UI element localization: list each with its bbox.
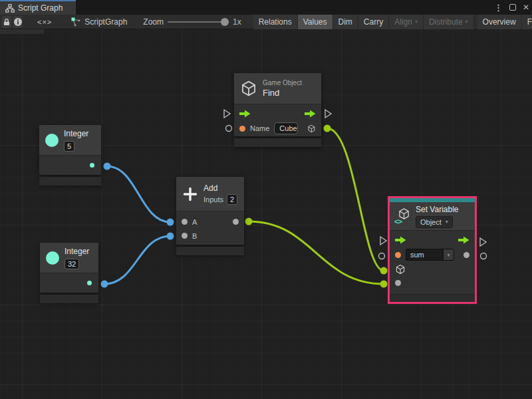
integer-value-field[interactable]: 32 — [65, 259, 79, 269]
graph-icon — [70, 17, 81, 27]
window-controls: ⋮ ✕ — [494, 0, 529, 15]
game-object-cube-icon — [240, 80, 257, 97]
node-set-variable[interactable]: <> Set Variable Object ▾ — [388, 196, 477, 304]
node-footer — [176, 247, 244, 255]
value-output-port[interactable] — [464, 252, 469, 258]
integer-type-icon — [46, 251, 59, 265]
node-title: Add — [203, 184, 237, 193]
add-output-port[interactable] — [233, 219, 239, 225]
flow-in-arrow-icon[interactable] — [239, 110, 251, 118]
integer-value-field[interactable]: 5 — [64, 141, 74, 152]
node-footer — [39, 177, 101, 186]
maximize-icon[interactable] — [509, 4, 516, 11]
object-input-port[interactable] — [395, 264, 406, 275]
node-title: Find — [263, 88, 302, 98]
chevron-down-icon: ▾ — [447, 252, 450, 258]
graph-toolbar: <×> ScriptGraph Zoom 1x Relations Values… — [0, 15, 532, 29]
add-icon — [182, 186, 198, 202]
inputs-count-field[interactable]: 2 — [227, 194, 237, 205]
add-input-b-port[interactable] — [182, 233, 188, 239]
canvas-corner-notch — [0, 29, 44, 34]
node-add[interactable]: Add Inputs 2 A B — [176, 177, 244, 255]
zoom-control: Zoom 1x — [143, 17, 241, 27]
name-value-field[interactable]: Cube — [274, 122, 298, 134]
integer-type-icon — [45, 134, 59, 147]
lock-button[interactable] — [2, 16, 11, 28]
name-input-port[interactable] — [239, 126, 245, 132]
node-integer-5[interactable]: Integer 5 — [39, 125, 101, 186]
code-angle-icon: <> — [394, 218, 402, 225]
zoom-value: 1x — [233, 17, 241, 27]
overview-button[interactable]: Overview — [477, 15, 522, 29]
tab-script-graph[interactable]: Script Graph — [0, 0, 76, 15]
integer-output-port[interactable] — [87, 281, 92, 285]
unity-script-graph-window: Script Graph ⋮ ✕ <×> — [0, 0, 532, 399]
distribute-button[interactable]: Distribute▾ — [424, 15, 474, 29]
carry-button[interactable]: Carry — [358, 15, 389, 29]
zoom-label: Zoom — [143, 17, 164, 27]
flow-out-arrow-icon[interactable] — [458, 236, 469, 244]
port-a-label: A — [192, 218, 197, 226]
node-title: Set Variable — [416, 205, 458, 214]
tab-title: Script Graph — [18, 3, 63, 13]
variable-scope-dropdown[interactable]: Object ▾ — [416, 216, 453, 228]
info-icon — [13, 17, 23, 27]
node-footer — [390, 295, 475, 302]
name-label: Name — [250, 124, 269, 132]
add-input-a-port[interactable] — [182, 219, 188, 225]
flow-in-arrow-icon[interactable] — [395, 236, 406, 244]
game-object-output-port[interactable] — [307, 123, 316, 134]
values-button[interactable]: Values — [298, 15, 333, 29]
edit-code-button[interactable]: <×> — [37, 16, 52, 28]
value-input-port[interactable] — [395, 280, 401, 286]
node-title: Integer — [64, 129, 88, 138]
port-b-label: B — [192, 232, 197, 240]
integer-output-port[interactable] — [90, 163, 94, 168]
inputs-label: Inputs — [203, 196, 223, 203]
chevron-down-icon: ▾ — [446, 219, 448, 225]
toolbar-toggle-group: Relations Values Dim Carry Align▾ Distri… — [253, 15, 532, 29]
graph-name-label: ScriptGraph — [84, 17, 127, 27]
node-footer — [234, 138, 321, 147]
zoom-slider[interactable] — [168, 21, 229, 23]
info-button[interactable] — [13, 16, 23, 28]
dim-button[interactable]: Dim — [333, 15, 358, 29]
node-game-object-find[interactable]: Game Object Find Name Cube — [234, 73, 321, 147]
node-integer-32[interactable]: Integer 32 — [40, 243, 98, 303]
node-category: Game Object — [263, 79, 302, 86]
close-icon[interactable]: ✕ — [523, 3, 529, 12]
relations-button[interactable]: Relations — [253, 15, 298, 29]
chevron-down-icon: ▾ — [466, 19, 468, 25]
lock-icon — [2, 17, 11, 27]
node-title: Integer — [65, 247, 89, 256]
variable-name-input-port[interactable] — [395, 252, 401, 258]
chevron-down-icon: ▾ — [415, 19, 418, 25]
graph-identity: ScriptGraph — [70, 17, 127, 27]
hierarchy-icon — [5, 4, 15, 13]
flow-out-arrow-icon[interactable] — [305, 110, 316, 118]
node-footer — [40, 295, 98, 303]
align-button[interactable]: Align▾ — [389, 15, 424, 29]
zoom-slider-thumb[interactable] — [221, 18, 229, 26]
fullscreen-button[interactable]: Full Screen — [522, 15, 532, 29]
window-menu-icon[interactable]: ⋮ — [494, 3, 503, 13]
set-variable-icon: <> — [394, 207, 410, 225]
tab-bar: Script Graph ⋮ ✕ — [0, 0, 532, 15]
variable-name-dropdown[interactable]: sum ▾ — [406, 249, 454, 261]
